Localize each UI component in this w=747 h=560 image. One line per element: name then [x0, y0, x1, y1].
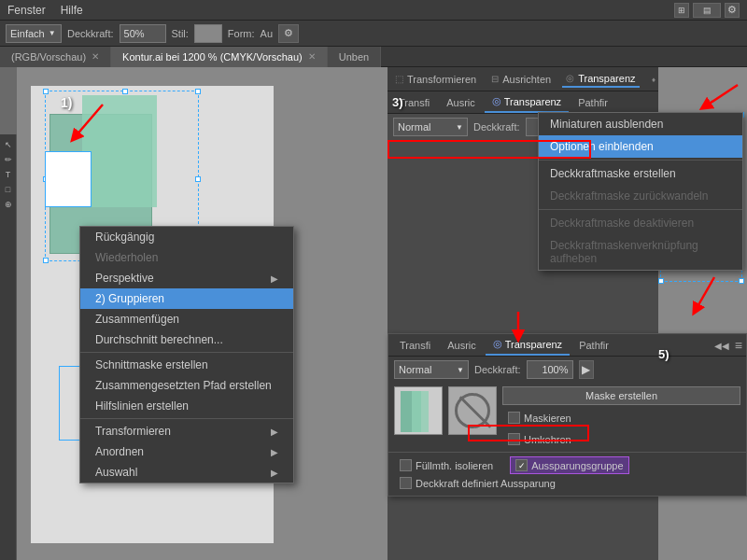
ctx-auswahl[interactable]: Auswahl ▶ — [80, 462, 293, 483]
tab-ausric[interactable]: Ausric — [439, 92, 483, 113]
style-swatch[interactable] — [194, 24, 222, 43]
pdm-deckkraft-verknup: Deckkraftmaskenverknüpfung aufheben — [539, 234, 742, 270]
handle-tc — [122, 89, 128, 94]
panel-nav-transparenz-label: Transparenz — [578, 73, 635, 84]
submenu-arrow-transform: ▶ — [271, 427, 278, 437]
app-icon-2[interactable]: ▤ — [693, 3, 721, 18]
tab-kontur-close[interactable]: ✕ — [308, 51, 316, 62]
checkbox-maskieren-label: Maskieren — [524, 413, 571, 424]
tab2-transparenz[interactable]: ◎ Transparenz — [486, 335, 570, 356]
checkbox-umkehren: Umkehren — [502, 430, 740, 448]
cb-aussparung-check[interactable]: ✓ — [515, 459, 528, 471]
tab-kontur[interactable]: Kontur.ai bei 1200 % (CMYK/Vorschau) ✕ — [111, 47, 328, 67]
transparenz-icon: ◎ — [566, 73, 574, 83]
blend-mode-dropdown-top[interactable]: Normal ▼ — [393, 118, 468, 136]
tab-rgb-close[interactable]: ✕ — [92, 51, 99, 62]
ctx-group[interactable]: 2) Gruppieren — [80, 288, 293, 309]
opacity-label-2: Deckkraft: — [474, 364, 521, 375]
mode-dropdown[interactable]: Einfach ▼ — [6, 24, 62, 43]
app-icon-3[interactable]: ⚙ — [725, 3, 740, 18]
app-icon-1[interactable]: ⊞ — [674, 3, 689, 18]
cb-aussparung-label: Aussparungsgruppe — [531, 460, 623, 471]
panel-dropdown-menu: Miniaturen ausblenden Optionen einblende… — [538, 112, 743, 271]
menu-hilfe[interactable]: Hilfe — [61, 4, 83, 17]
maske-erstellen-btn[interactable]: Maske erstellen — [502, 386, 740, 405]
tool-shape[interactable]: □ — [2, 183, 15, 196]
tab2-transparenz-label: Transparenz — [505, 339, 562, 350]
ctx-perspective[interactable]: Perspektive ▶ — [80, 268, 293, 288]
opacity-label-top: Deckkraft: — [473, 121, 520, 133]
handle-mr — [195, 176, 201, 182]
checkbox-maskieren-check[interactable] — [508, 412, 520, 424]
settings-btn[interactable]: ⚙ — [278, 24, 299, 43]
menu-fenster[interactable]: Fenster — [7, 4, 46, 17]
step5-label: 5) — [658, 347, 669, 361]
opacity-input-2[interactable] — [527, 360, 573, 379]
pdm-optionen[interactable]: Optionen einblenden — [539, 135, 742, 158]
tab2-collapse[interactable]: ◀◀ — [714, 339, 729, 352]
form-label: Form: — [228, 28, 255, 39]
pdm-sep1 — [539, 160, 742, 161]
ctx-zusammen[interactable]: Zusammenfügen — [80, 309, 293, 329]
checkbox-maskieren: Maskieren — [502, 409, 740, 427]
ctx-hilfslinien[interactable]: Hilfslinien erstellen — [80, 396, 293, 416]
tab-pathfir[interactable]: Pathfir — [571, 92, 615, 113]
step1-label: 1) — [61, 95, 72, 110]
tab2-ausric[interactable]: Ausric — [440, 335, 484, 356]
tab2-transfi-label: Transfi — [400, 340, 430, 351]
checkbox-umkehren-label: Umkehren — [524, 434, 571, 445]
pdm-deckkraft-erstellen[interactable]: Deckkraftmaske erstellen — [539, 162, 742, 185]
tool-zoom[interactable]: ⊕ — [2, 198, 15, 211]
tab2-transfi[interactable]: Transfi — [392, 335, 438, 356]
tool-type[interactable]: T — [2, 168, 15, 181]
pdm-sep2 — [539, 209, 742, 210]
tab-unben-label: Unben — [339, 51, 369, 63]
opacity-input[interactable] — [120, 24, 166, 43]
ctx-zusammen-pfad[interactable]: Zusammengesetzten Pfad erstellen — [80, 375, 293, 396]
tab-rgb[interactable]: (RGB/Vorschau) ✕ — [0, 47, 111, 67]
pdm-miniatur[interactable]: Miniaturen ausblenden — [539, 113, 742, 135]
tool-arrow[interactable]: ↖ — [2, 138, 15, 151]
pdm-deckkraft-deakt: Deckkraftmaske deaktivieren — [539, 212, 742, 234]
submenu-arrow-perspective: ▶ — [271, 273, 278, 284]
panel-nav-transparenz[interactable]: ◎ Transparenz — [562, 71, 639, 88]
ctx-durchschnitt[interactable]: Durchschnitt berechnen... — [80, 329, 293, 350]
tab2-menu-btn[interactable]: ≡ — [735, 338, 742, 353]
opacity-label: Deckkraft: — [67, 28, 114, 39]
style-label: Stil: — [172, 28, 189, 39]
context-menu: Rückgängig Wiederholen Perspektive ▶ 2) … — [79, 226, 294, 483]
tab-unben[interactable]: Unben — [328, 47, 381, 67]
step3-label: 3) — [392, 95, 403, 109]
ctx-schnitt[interactable]: Schnittmaske erstellen — [80, 355, 293, 375]
cb-deckkraft-aussparung-check[interactable] — [400, 477, 412, 489]
tab-bar: (RGB/Vorschau) ✕ Kontur.ai bei 1200 % (C… — [0, 47, 747, 67]
blend-mode-dropdown-2[interactable]: Normal ▼ — [394, 360, 469, 379]
no-mask-thumb — [448, 386, 497, 435]
handle-tr — [195, 89, 201, 94]
menu-bar: Fenster Hilfe ⊞ ▤ ⚙ — [0, 0, 747, 21]
left-panel: ↖ ✏ T □ ⊕ 1) Rückgängig Wiederholen Pers… — [0, 67, 388, 560]
rg-h-br — [739, 278, 744, 284]
tab2-pathfir[interactable]: Pathfir — [571, 335, 616, 356]
panel-nav-ausrichten[interactable]: ⊟ Ausrichten — [487, 72, 555, 87]
thumbnail-row: Maske erstellen Maskieren Umkehren — [388, 383, 746, 452]
bottom-checkboxes: Füllmth. isolieren ✓ Aussparungsgruppe D… — [388, 452, 746, 496]
panel-nav-transform-label: Transformieren — [407, 74, 476, 85]
opacity-stepper-2[interactable]: ▶ — [579, 360, 594, 379]
green-shape-top — [82, 95, 157, 207]
no-icon-circle — [455, 393, 490, 428]
rg-h-bl — [658, 278, 664, 284]
ctx-transform[interactable]: Transformieren ▶ — [80, 421, 293, 441]
tab2-transparenz-icon: ◎ — [493, 338, 502, 350]
main-area: ↖ ✏ T □ ⊕ 1) Rückgängig Wiederholen Pers… — [0, 67, 747, 560]
pdm-deckkraft-zuruck: Deckkraftmaske zurückwandeln — [539, 185, 742, 207]
tab-transparenz-top[interactable]: ◎ Transparenz — [485, 92, 569, 113]
panel-nav-transform[interactable]: ⬚ Transformieren — [391, 72, 480, 87]
handle-tl — [43, 89, 49, 94]
ctx-undo[interactable]: Rückgängig — [80, 227, 293, 247]
checkbox-umkehren-check[interactable] — [508, 433, 520, 445]
cb-fullmth-check[interactable] — [400, 459, 412, 471]
trans-controls-2: Normal ▼ Deckkraft: ▶ — [388, 357, 746, 383]
tool-pen[interactable]: ✏ — [2, 153, 15, 166]
ctx-anordnen[interactable]: Anordnen ▶ — [80, 441, 293, 462]
